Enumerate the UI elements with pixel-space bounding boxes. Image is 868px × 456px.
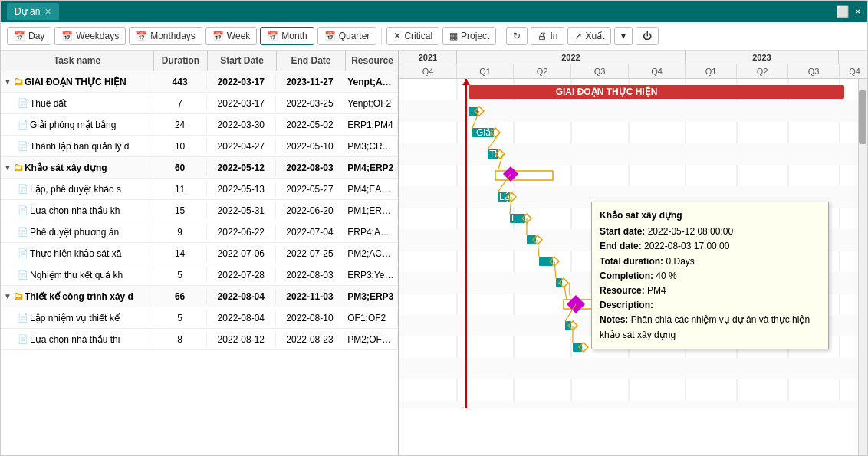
year-2021: 2021 [399,51,457,64]
table-row[interactable]: ▼ 🗂 GIAI ĐOẠN THỰC HIỆN 443 2022-03-17 2… [1,71,398,93]
maximize-icon[interactable]: ⬜ [836,5,849,18]
week-button[interactable]: 📅 Week [205,27,257,45]
svg-marker-17 [462,79,470,85]
vertical-scrollbar[interactable] [858,79,867,455]
col-duration: Duration [154,51,208,71]
table-row[interactable]: 📄 Nghiệm thu kết quả kh 5 2022-07-28 202… [1,264,398,286]
table-row[interactable]: ▼ 🗂 Thiết kế công trình xây d 66 2022-08… [1,286,398,307]
tooltip-start: Start date: 2022-05-12 08:00:00 [600,225,820,239]
end-cell: 2022-08-10 [276,310,345,326]
year-2022: 2022 [457,51,686,64]
table-row[interactable]: 📄 Thuê đất 7 2022-03-17 2022-03-25 Yenpt… [1,93,398,114]
svg-rect-28 [495,171,553,180]
project-button[interactable]: ▦ Project [442,27,496,45]
day-label: Day [28,31,44,41]
export-icon: ↗ [574,31,582,41]
expand-icon[interactable]: ▼ [4,77,12,86]
task-name: Thành lập ban quản lý d [30,141,129,152]
svg-rect-14 [399,358,867,379]
end-cell: 2022-08-03 [276,160,345,176]
start-cell: 2022-08-12 [207,332,276,347]
duration-cell: 5 [153,310,207,326]
table-row[interactable]: 📄 Lựa chọn nhà thầu thi 8 2022-08-12 202… [1,329,398,350]
project-icon: ▦ [449,31,458,41]
close-icon[interactable]: × [855,5,861,18]
folder-icon: 🗂 [13,162,23,173]
task-cell: 📄 Thành lập ban quản lý d [1,139,153,154]
main-window: Dự án ✕ ⬜ × 📅 Day 📅 Weekdays 📅 Monthdays… [0,0,868,456]
q4-2021: Q4 [399,64,457,78]
scrollbar-thumb[interactable] [859,90,866,144]
tooltip-resource: Resource: PM4 [600,284,820,298]
refresh-button[interactable]: ↻ [506,27,528,45]
table-row[interactable]: 📄 Thành lập ban quản lý d 10 2022-04-27 … [1,136,398,157]
end-cell: 2022-05-10 [276,139,345,154]
resource-cell: PM4;EAM1;de [344,182,398,197]
duration-cell: 443 [153,74,207,90]
task-name: Khảo sát xây dựng [25,162,107,173]
duration-cell: 15 [153,203,207,218]
power-button[interactable]: ⏻ [636,27,659,45]
critical-button[interactable]: ✕ Critical [386,27,439,45]
calendar-icon5: 📅 [267,31,278,41]
monthdays-button[interactable]: 📅 Monthdays [129,27,202,45]
table-body: ▼ 🗂 GIAI ĐOẠN THỰC HIỆN 443 2022-03-17 2… [1,71,398,455]
resource-cell: PM4;ERP2 [344,160,398,176]
col-resource: Resource [346,51,399,71]
task-cell: 📄 Lập, phê duyệt khảo s [1,182,153,197]
resource-cell: PM3;ERP3 [344,289,398,304]
resource-cell: OF1;OF2 [344,310,398,326]
q1-2022: Q1 [457,64,514,78]
resource-cell: ERP4;ACS1 [344,225,398,240]
task-name: Lập nhiệm vụ thiết kế [30,313,120,323]
task-name: Thực hiện khảo sát xã [30,248,121,259]
export-dropdown[interactable]: ▾ [614,27,633,45]
expand-icon[interactable]: ▼ [4,292,12,300]
start-cell: 2022-07-28 [207,267,276,283]
start-cell: 2022-05-31 [207,203,276,218]
table-row[interactable]: 📄 Thực hiện khảo sát xã 14 2022-07-06 20… [1,243,398,264]
folder-icon: 🗂 [13,290,23,302]
task-cell: 📄 Giải phóng mặt bằng [1,117,153,133]
end-value: 2022-08-03 17:00:00 [644,241,729,251]
table-row[interactable]: 📄 Lập, phê duyệt khảo s 11 2022-05-13 20… [1,179,398,200]
window-controls: ⬜ × [836,5,861,18]
expand-icon[interactable]: ▼ [4,163,12,172]
main-content: Task name Duration Start Date End Date R… [1,51,867,455]
q1-2023: Q1 [686,64,737,78]
day-button[interactable]: 📅 Day [7,27,51,45]
tab-close-icon[interactable]: ✕ [44,7,51,17]
task-cell: ▼ 🗂 GIAI ĐOẠN THỰC HIỆN [1,74,153,90]
calendar-icon2: 📅 [61,31,73,41]
end-cell: 2022-08-23 [276,332,345,347]
calendar-icon: 📅 [14,31,25,41]
q4-2022: Q4 [629,64,686,78]
resource-cell: Yenpt;ACS3;C [344,74,398,90]
svg-text:Lậ: Lậ [499,192,510,202]
duration-cell: 60 [153,160,207,176]
table-row[interactable]: ▼ 🗂 Khảo sát xây dựng 60 2022-05-12 2022… [1,157,398,179]
duration-cell: 66 [153,289,207,304]
tab-project[interactable]: Dự án ✕ [7,3,59,20]
month-label: Month [281,31,307,41]
critical-icon: ✕ [393,31,401,41]
duration-cell: 5 [153,267,207,283]
tooltip-end: End date: 2022-08-03 17:00:00 [600,239,820,254]
table-row[interactable]: 📄 Lập nhiệm vụ thiết kế 5 2022-08-04 202… [1,307,398,329]
sep1 [381,28,382,44]
table-row[interactable]: 📄 Lựa chọn nhà thầu kh 15 2022-05-31 202… [1,200,398,221]
tooltip-desc: Description: [600,298,820,313]
q2-2023: Q2 [737,64,788,78]
table-row[interactable]: 📄 Phê duyệt phương án 9 2022-06-22 2022-… [1,221,398,243]
table-row[interactable]: 📄 Giải phóng mặt bằng 24 2022-03-30 2022… [1,114,398,136]
file-icon: 📄 [18,184,28,194]
quarter-button[interactable]: 📅 Quarter [317,27,377,45]
print-button[interactable]: 🖨 In [531,27,564,45]
weekdays-button[interactable]: 📅 Weekdays [54,27,126,45]
export-button[interactable]: ↗ Xuất [567,27,611,45]
month-button[interactable]: 📅 Month [260,27,314,45]
notes-value: Phân chia các nhiệm vụ dự án và thực hiệ… [600,314,810,340]
task-name: Lựa chọn nhà thầu kh [30,205,120,216]
col-start-date: Start Date [208,51,277,71]
print-icon: 🖨 [538,31,547,41]
